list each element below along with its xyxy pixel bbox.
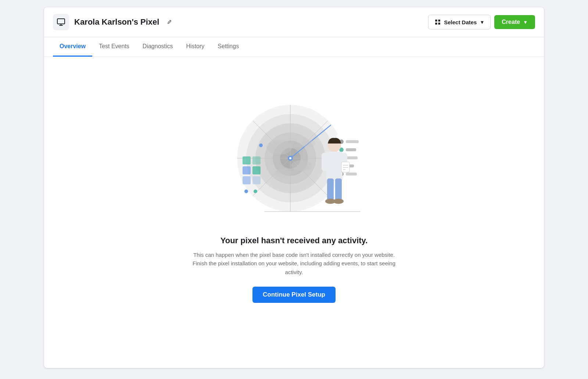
create-chevron-icon: ▼ xyxy=(523,20,528,25)
svg-rect-52 xyxy=(341,162,349,172)
page-title: Karola Karlson's Pixel xyxy=(74,17,159,27)
tab-overview[interactable]: Overview xyxy=(53,37,92,57)
header: Karola Karlson's Pixel Select Dates ▼ Cr xyxy=(44,7,544,37)
svg-rect-4 xyxy=(438,20,440,21)
svg-rect-30 xyxy=(252,176,261,184)
svg-rect-39 xyxy=(346,156,358,159)
svg-point-22 xyxy=(275,169,291,177)
svg-rect-5 xyxy=(435,23,437,25)
select-dates-label: Select Dates xyxy=(444,19,477,25)
page-container: Karola Karlson's Pixel Select Dates ▼ Cr xyxy=(44,7,544,368)
tab-settings[interactable]: Settings xyxy=(211,37,245,57)
svg-rect-26 xyxy=(252,156,261,164)
pixel-icon-wrap xyxy=(53,14,69,30)
tab-history[interactable]: History xyxy=(180,37,211,57)
select-dates-chevron-icon: ▼ xyxy=(480,20,484,25)
svg-rect-0 xyxy=(57,19,65,24)
svg-rect-25 xyxy=(243,156,251,164)
svg-point-31 xyxy=(244,190,248,193)
svg-rect-35 xyxy=(346,140,359,143)
svg-rect-45 xyxy=(326,152,343,181)
svg-point-19 xyxy=(289,157,291,159)
create-label: Create xyxy=(502,19,520,25)
svg-rect-3 xyxy=(435,20,437,21)
nav-tabs: Overview Test Events Diagnostics History… xyxy=(44,37,544,57)
svg-rect-43 xyxy=(346,173,357,176)
calendar-grid-icon xyxy=(434,19,441,25)
svg-point-23 xyxy=(302,140,315,147)
svg-rect-46 xyxy=(322,153,327,171)
svg-rect-29 xyxy=(243,176,251,184)
svg-point-20 xyxy=(266,140,292,155)
continue-pixel-setup-button[interactable]: Continue Pixel Setup xyxy=(252,287,336,303)
empty-state-title: Your pixel hasn't received any activity. xyxy=(220,236,368,245)
pencil-icon xyxy=(166,19,172,25)
select-dates-button[interactable]: Select Dates ▼ xyxy=(428,15,491,29)
monitor-icon xyxy=(57,18,65,26)
edit-title-button[interactable] xyxy=(164,17,174,27)
svg-rect-27 xyxy=(243,166,251,174)
svg-rect-37 xyxy=(346,148,356,151)
create-button[interactable]: Create ▼ xyxy=(494,15,535,29)
svg-rect-49 xyxy=(335,178,342,201)
main-content: Your pixel hasn't received any activity.… xyxy=(44,57,544,351)
svg-point-24 xyxy=(259,144,263,147)
svg-point-32 xyxy=(254,190,257,193)
empty-state-description: This can happen when the pixel base code… xyxy=(191,251,397,276)
svg-point-51 xyxy=(333,199,344,204)
svg-rect-6 xyxy=(438,23,440,25)
header-right: Select Dates ▼ Create ▼ xyxy=(428,15,535,29)
tab-diagnostics[interactable]: Diagnostics xyxy=(136,37,180,57)
svg-rect-28 xyxy=(252,166,261,174)
tab-test-events[interactable]: Test Events xyxy=(92,37,136,57)
header-left: Karola Karlson's Pixel xyxy=(53,14,174,30)
illustration xyxy=(220,98,368,223)
svg-rect-48 xyxy=(327,178,334,201)
svg-point-21 xyxy=(291,160,312,171)
